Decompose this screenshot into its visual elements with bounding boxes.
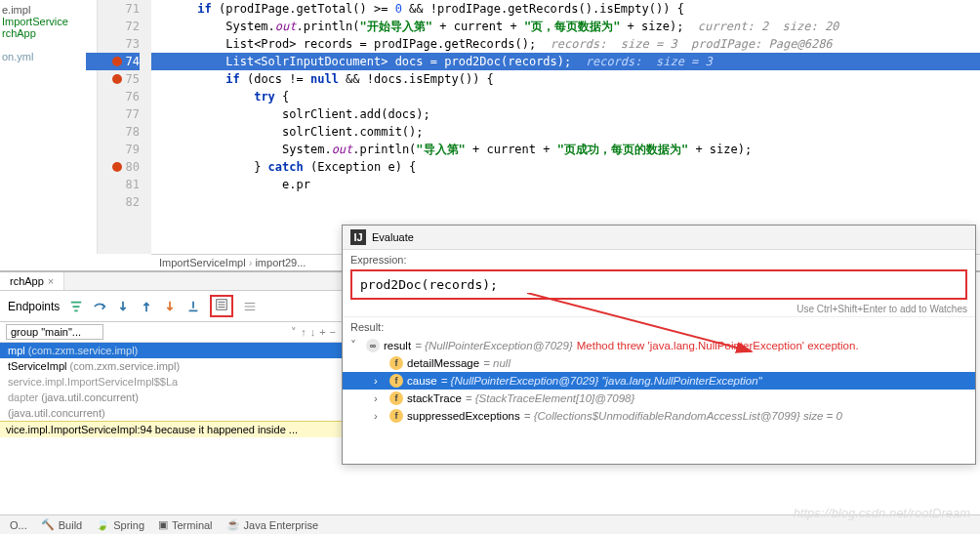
result-row[interactable]: ›fsuppressedExceptions = {Collections$Un… (343, 407, 975, 425)
debug-tabbar: rchApp× (0, 272, 342, 291)
field-icon: f (389, 356, 403, 370)
run-to-cursor-icon[interactable] (186, 300, 200, 313)
toolwindow-button[interactable]: O... (10, 518, 27, 531)
evaluate-expression-button[interactable] (210, 295, 233, 317)
thread-selector[interactable] (6, 324, 103, 340)
evaluate-dialog: IJEvaluate Expression: prod2Doc(records)… (342, 225, 976, 465)
endpoints-label: Endpoints (8, 300, 60, 313)
result-tree[interactable]: ˅∞result = {NullPointerException@7029} M… (343, 337, 975, 425)
chevron-down-icon[interactable]: ˅ (291, 326, 297, 339)
result-label: Result: (343, 316, 975, 337)
frame-row[interactable]: service.impl.ImportServiceImpl$$La (0, 374, 342, 390)
project-file-strip: e.impl ImportService rchApp on.yml (0, 0, 98, 254)
dialog-title: Evaluate (372, 231, 414, 243)
more-icon[interactable] (243, 300, 257, 313)
toolwindow-button[interactable]: 🔨 Build (41, 518, 82, 531)
watermark: https://blog.csdn.net/rootDream (794, 506, 970, 520)
breakpoint-icon[interactable] (112, 74, 122, 84)
expression-label: Expression: (343, 250, 975, 269)
toolwindow-button[interactable]: ▣ Terminal (158, 518, 213, 531)
close-icon[interactable]: × (48, 275, 54, 287)
prev-icon[interactable]: ↑ (301, 326, 306, 338)
frame-row[interactable]: dapter (java.util.concurrent) (0, 390, 342, 405)
frame-row[interactable]: mpl (com.zxm.service.impl) (0, 343, 342, 358)
frame-row[interactable]: (java.util.concurrent) (0, 405, 342, 421)
debug-tab[interactable]: rchApp× (0, 272, 64, 290)
step-over-icon[interactable] (93, 300, 106, 313)
breakpoint-icon[interactable] (112, 57, 122, 66)
remove-icon[interactable]: − (330, 326, 336, 338)
next-icon[interactable]: ↓ (310, 326, 316, 338)
field-icon: f (389, 374, 403, 388)
step-out-icon[interactable] (140, 300, 153, 313)
add-icon[interactable]: + (319, 326, 325, 338)
object-icon: ∞ (366, 339, 380, 352)
frames-list[interactable]: mpl (com.zxm.service.impl) tServiceImpl … (0, 343, 342, 421)
expression-input[interactable]: prod2Doc(records); (350, 269, 967, 300)
filter-icon[interactable] (69, 300, 83, 313)
line-gutter[interactable]: 71 72 73 74 75 76 77 78 79 80 81 82 (98, 0, 151, 254)
warning-banner: vice.impl.ImportServiceImpl:94 because i… (0, 421, 342, 437)
toolwindow-button[interactable]: ☕ Java Enterprise (226, 518, 318, 531)
code-editor[interactable]: if (prodIPage.getTotal() >= 0 && !prodIP… (151, 0, 980, 254)
hint-text: Use Ctrl+Shift+Enter to add to Watches (343, 302, 975, 316)
toolwindow-button[interactable]: 🍃 Spring (96, 518, 144, 531)
step-into-icon[interactable] (116, 300, 130, 313)
debug-toolbar: Endpoints (0, 291, 342, 322)
force-step-icon[interactable] (163, 300, 177, 313)
result-row[interactable]: ˅∞result = {NullPointerException@7029} M… (343, 337, 975, 354)
result-row[interactable]: ›fstackTrace = {StackTraceElement[10]@70… (343, 390, 975, 407)
result-row[interactable]: fdetailMessage = null (343, 354, 975, 372)
result-row[interactable]: ›fcause = {NullPointerException@7029} "j… (343, 372, 975, 390)
field-icon: f (389, 391, 403, 405)
breakpoint-icon[interactable] (112, 162, 122, 172)
intellij-icon: IJ (350, 229, 366, 245)
field-icon: f (389, 409, 403, 423)
frame-row[interactable]: tServiceImpl (com.zxm.service.impl) (0, 358, 342, 374)
